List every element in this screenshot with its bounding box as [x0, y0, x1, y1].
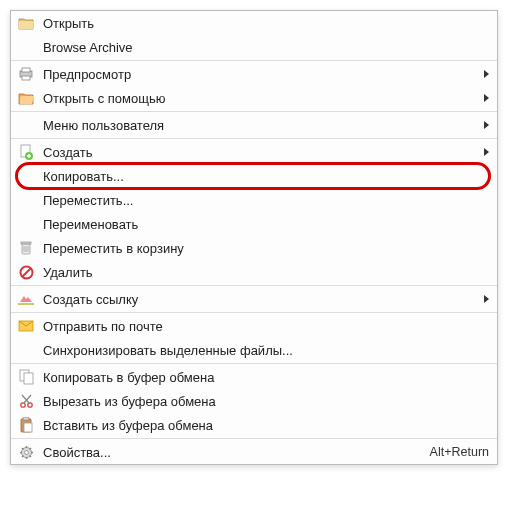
- separator: [11, 438, 497, 439]
- menu-label: Вырезать из буфера обмена: [43, 394, 489, 409]
- svg-point-11: [20, 402, 24, 406]
- svg-rect-14: [23, 417, 29, 420]
- blank-icon: [17, 38, 35, 56]
- menu-label: Открыть с помощью: [43, 91, 476, 106]
- svg-rect-10: [24, 373, 33, 384]
- folder-icon: [17, 14, 35, 32]
- menu-item-create[interactable]: Создать: [11, 140, 497, 164]
- svg-point-17: [24, 450, 28, 454]
- menu-item-create-link[interactable]: Создать ссылку: [11, 287, 497, 311]
- separator: [11, 363, 497, 364]
- menu-label: Предпросмотр: [43, 67, 476, 82]
- svg-rect-6: [21, 242, 31, 244]
- menu-item-paste-clipboard[interactable]: Вставить из буфера обмена: [11, 413, 497, 437]
- blank-icon: [17, 191, 35, 209]
- menu-item-trash[interactable]: Переместить в корзину: [11, 236, 497, 260]
- svg-rect-15: [24, 423, 32, 432]
- menu-label: Свойства...: [43, 445, 420, 460]
- menu-label: Переименовать: [43, 217, 489, 232]
- menu-item-delete[interactable]: Удалить: [11, 260, 497, 284]
- copy-icon: [17, 368, 35, 386]
- menu-item-properties[interactable]: Свойства... Alt+Return: [11, 440, 497, 464]
- menu-item-copy-clipboard[interactable]: Копировать в буфер обмена: [11, 365, 497, 389]
- separator: [11, 138, 497, 139]
- scissors-icon: [17, 392, 35, 410]
- separator: [11, 60, 497, 61]
- menu-label: Отправить по почте: [43, 319, 489, 334]
- blank-icon: [17, 341, 35, 359]
- svg-rect-1: [22, 68, 30, 72]
- menu-label: Создать: [43, 145, 476, 160]
- link-icon: [17, 290, 35, 308]
- paste-icon: [17, 416, 35, 434]
- submenu-arrow-icon: [484, 148, 489, 156]
- submenu-arrow-icon: [484, 70, 489, 78]
- menu-item-move[interactable]: Переместить...: [11, 188, 497, 212]
- submenu-arrow-icon: [484, 295, 489, 303]
- menu-label: Удалить: [43, 265, 489, 280]
- menu-label: Browse Archive: [43, 40, 489, 55]
- menu-label: Копировать в буфер обмена: [43, 370, 489, 385]
- document-new-icon: [17, 143, 35, 161]
- menu-item-user-menu[interactable]: Меню пользователя: [11, 113, 497, 137]
- delete-icon: [17, 263, 35, 281]
- folder-open-icon: [17, 89, 35, 107]
- trash-icon: [17, 239, 35, 257]
- separator: [11, 111, 497, 112]
- submenu-arrow-icon: [484, 121, 489, 129]
- menu-label: Копировать...: [43, 169, 489, 184]
- menu-label: Открыть: [43, 16, 489, 31]
- menu-item-send-mail[interactable]: Отправить по почте: [11, 314, 497, 338]
- submenu-arrow-icon: [484, 94, 489, 102]
- menu-label: Вставить из буфера обмена: [43, 418, 489, 433]
- menu-label: Переместить...: [43, 193, 489, 208]
- blank-icon: [17, 215, 35, 233]
- menu-label: Меню пользователя: [43, 118, 476, 133]
- menu-item-copy[interactable]: Копировать...: [11, 164, 497, 188]
- separator: [11, 312, 497, 313]
- menu-item-open[interactable]: Открыть: [11, 11, 497, 35]
- blank-icon: [17, 116, 35, 134]
- gear-icon: [17, 443, 35, 461]
- menu-label: Создать ссылку: [43, 292, 476, 307]
- menu-item-sync-selected[interactable]: Синхронизировать выделенные файлы...: [11, 338, 497, 362]
- menu-item-cut-clipboard[interactable]: Вырезать из буфера обмена: [11, 389, 497, 413]
- shortcut-label: Alt+Return: [430, 445, 489, 459]
- svg-rect-2: [22, 76, 30, 80]
- printer-icon: [17, 65, 35, 83]
- separator: [11, 285, 497, 286]
- blank-icon: [17, 167, 35, 185]
- mail-icon: [17, 317, 35, 335]
- menu-label: Синхронизировать выделенные файлы...: [43, 343, 489, 358]
- menu-item-preview[interactable]: Предпросмотр: [11, 62, 497, 86]
- menu-label: Переместить в корзину: [43, 241, 489, 256]
- svg-point-12: [27, 402, 31, 406]
- context-menu: Открыть Browse Archive Предпросмотр Откр…: [10, 10, 498, 465]
- menu-item-browse-archive[interactable]: Browse Archive: [11, 35, 497, 59]
- menu-item-open-with[interactable]: Открыть с помощью: [11, 86, 497, 110]
- menu-item-rename[interactable]: Переименовать: [11, 212, 497, 236]
